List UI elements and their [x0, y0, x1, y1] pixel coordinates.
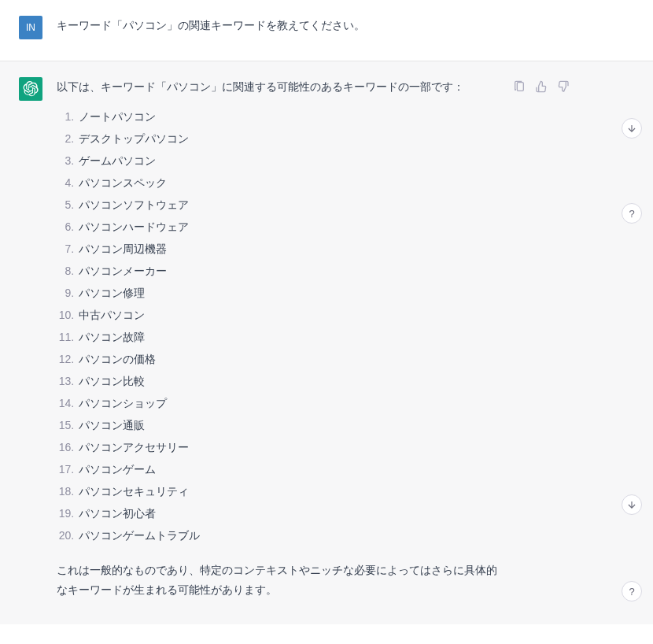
assistant-intro: 以下は、キーワード「パソコン」に関連する可能性のあるキーワードの一部です：: [57, 77, 497, 97]
keyword-item: デスクトップパソコン: [77, 128, 497, 150]
keyword-item: パソコン比較: [77, 370, 497, 392]
keyword-item: パソコンハードウェア: [77, 216, 497, 238]
scroll-down-button[interactable]: [622, 494, 642, 515]
help-label: ?: [629, 586, 634, 598]
keyword-item: 中古パソコン: [77, 304, 497, 326]
keyword-item: パソコン周辺機器: [77, 238, 497, 260]
keyword-item: ノートパソコン: [77, 105, 497, 128]
user-avatar-label: IN: [26, 22, 35, 33]
help-button[interactable]: ?: [622, 581, 642, 601]
keyword-item: パソコンメーカー: [77, 260, 497, 282]
user-message: IN キーワード「パソコン」の関連キーワードを教えてください。: [0, 0, 653, 61]
thumbs-down-button[interactable]: [555, 79, 571, 94]
help-button[interactable]: ?: [622, 203, 642, 224]
thumbs-up-button[interactable]: [533, 79, 549, 94]
keyword-item: パソコンゲームトラブル: [77, 524, 497, 546]
svg-rect-0: [517, 82, 523, 91]
user-text: キーワード「パソコン」の関連キーワードを教えてください。: [57, 16, 497, 35]
keyword-item: パソコン通販: [77, 414, 497, 436]
user-avatar: IN: [19, 16, 42, 39]
scroll-down-button[interactable]: [622, 118, 642, 139]
help-label: ?: [629, 208, 634, 220]
keyword-item: パソコンソフトウェア: [77, 194, 497, 216]
keyword-item: ゲームパソコン: [77, 150, 497, 172]
openai-icon: [23, 81, 39, 97]
keyword-item: パソコンゲーム: [77, 458, 497, 480]
keyword-item: パソコン故障: [77, 326, 497, 348]
thumbs-down-icon: [557, 80, 570, 93]
clipboard-icon: [513, 80, 526, 93]
keyword-item: パソコンショップ: [77, 392, 497, 414]
thumbs-up-icon: [535, 80, 548, 93]
user-content: キーワード「パソコン」の関連キーワードを教えてください。: [57, 16, 497, 45]
keyword-item: パソコン初心者: [77, 502, 497, 524]
assistant-avatar: [19, 77, 42, 101]
keyword-item: パソコンスペック: [77, 172, 497, 194]
keyword-item: パソコンセキュリティ: [77, 480, 497, 502]
keyword-list: ノートパソコンデスクトップパソコンゲームパソコンパソコンスペックパソコンソフトウ…: [57, 105, 497, 546]
keyword-item: パソコンアクセサリー: [77, 436, 497, 458]
assistant-content: 以下は、キーワード「パソコン」に関連する可能性のあるキーワードの一部です： ノー…: [57, 77, 497, 609]
keyword-item: パソコン修理: [77, 282, 497, 304]
assistant-message: 以下は、キーワード「パソコン」に関連する可能性のあるキーワードの一部です： ノー…: [0, 61, 653, 625]
arrow-down-icon: [626, 499, 637, 510]
arrow-down-icon: [626, 123, 637, 134]
assistant-actions: [511, 77, 571, 609]
assistant-outro: これは一般的なものであり、特定のコンテキストやニッチな必要によってはさらに具体的…: [57, 561, 497, 599]
keyword-item: パソコンの価格: [77, 348, 497, 370]
copy-button[interactable]: [511, 79, 527, 94]
